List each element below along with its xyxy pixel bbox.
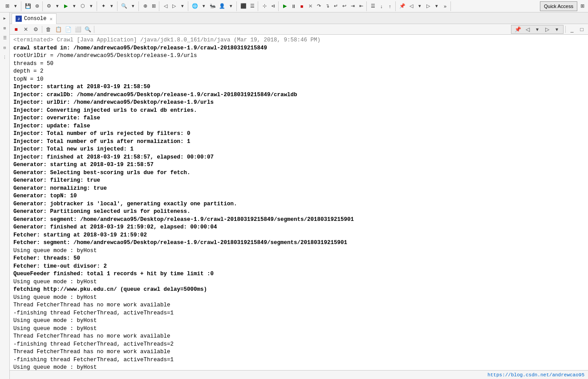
suspend-btn[interactable]: ⏸ — [289, 2, 297, 11]
disconnect-btn[interactable]: ⤬ — [306, 2, 314, 11]
toolbar-group-run: ▶ ⏸ ■ ⤬ ↷ ↴ ↵ ↩ ⇥ ⇤ — [280, 1, 367, 11]
profile-dropdown[interactable]: ▾ — [227, 2, 235, 11]
debug-btn[interactable]: ⬛ — [239, 2, 248, 11]
toolbar-group-12: ☰ ↓ ↑ — [368, 1, 396, 11]
task-dropdown[interactable]: ▾ — [108, 2, 116, 11]
console-action-toolbar: ■ ✕ ⚙ 🗑 📋 📄 ⬜ 🔍 📌 ◁ ▾ ▷ ▾ _ — [10, 24, 588, 35]
build-dropdown[interactable]: ▾ — [53, 2, 61, 11]
toolbar-group-1: ⊞ ▾ — [2, 1, 21, 11]
globe-dropdown[interactable]: ▾ — [200, 2, 208, 11]
nav3-dropdown[interactable]: ▾ — [416, 2, 424, 11]
prev-task-btn[interactable]: ↑ — [386, 2, 394, 11]
step-return-btn[interactable]: ↵ — [332, 2, 340, 11]
save-button[interactable]: 💾 — [24, 2, 32, 11]
console-maximize-btn[interactable]: □ — [577, 25, 586, 34]
instr-step-btn[interactable]: ⇤ — [357, 2, 365, 11]
pin-btn[interactable]: 📌 — [398, 2, 407, 11]
console-tab[interactable]: J Console ✕ — [12, 13, 57, 24]
search-btn[interactable]: 🔍 — [120, 2, 129, 11]
console-tab-label: Console — [24, 16, 46, 22]
new-button[interactable]: ⊞ — [3, 2, 11, 11]
console-output: <terminated> Crawl [Java Application] /j… — [10, 35, 588, 370]
console-tab-icon: J — [16, 16, 22, 22]
toolbar-group-13: 📌 ◁ ▾ ▷ ▾ » — [397, 1, 451, 11]
run-dropdown[interactable]: ▾ — [70, 2, 78, 11]
toolbar-group-6: ⊕ ⊞ — [140, 1, 159, 11]
perspective-btn[interactable]: ⊞ — [578, 2, 586, 11]
drop-frame-btn[interactable]: ↩ — [340, 2, 348, 11]
quick-access-button[interactable]: Quick Access — [540, 1, 577, 11]
separator-2 — [94, 26, 94, 33]
toolbar-group-2: 💾 ⊛ — [22, 1, 43, 11]
main-layout: ▶ ⊞ ☰ ⊡ ⋮ J Console ✕ ■ ✕ ⚙ 🗑 📋 📄 ⬜ 🔍 — [0, 12, 588, 379]
step-into-btn[interactable]: ↴ — [323, 2, 331, 11]
cursor-btn[interactable]: ⊲ — [269, 2, 277, 11]
sidebar-icon-5[interactable]: ⋮ — [1, 53, 9, 61]
console-right-buttons: 📌 ◁ ▾ ▷ ▾ _ □ — [511, 25, 586, 34]
expand2-dropdown[interactable]: ▾ — [433, 2, 441, 11]
console-nav-forward-btn[interactable]: ▷ — [543, 25, 552, 34]
console-select-btn[interactable]: ⬜ — [73, 25, 82, 34]
new-dropdown[interactable]: ▾ — [12, 2, 20, 11]
expand-btn[interactable]: ▷ — [424, 2, 432, 11]
step-over-btn[interactable]: ↷ — [315, 2, 323, 11]
console-nav-down[interactable]: ▾ — [533, 25, 542, 34]
sidebar-icon-3[interactable]: ☰ — [1, 34, 9, 42]
debug2-btn[interactable]: ⊹ — [260, 2, 268, 11]
console-tab-bar: J Console ✕ — [10, 12, 588, 24]
console-area: J Console ✕ ■ ✕ ⚙ 🗑 📋 📄 ⬜ 🔍 📌 ◁ — [10, 12, 588, 379]
console-paste-btn[interactable]: 📄 — [64, 25, 73, 34]
forward-btn[interactable]: ▷ — [170, 2, 178, 11]
use-step-btn[interactable]: ⇥ — [349, 2, 357, 11]
separator-3 — [565, 26, 566, 33]
console-close-btn[interactable]: ✕ — [21, 25, 30, 34]
sidebar-icon-2[interactable]: ⊞ — [1, 24, 9, 32]
console-pin-btn[interactable]: 📌 — [513, 25, 522, 34]
terminate-btn[interactable]: ■ — [298, 2, 306, 11]
publish-btn[interactable]: ⊕ — [141, 2, 149, 11]
separator-1 — [42, 26, 42, 33]
extra-dropdown[interactable]: ▾ — [87, 2, 95, 11]
main-toolbar: ⊞ ▾ 💾 ⊛ ⚙ ▾ ▶ ▾ ⬡ ▾ ✦ ▾ 🔍 ▾ ⊕ ⊞ ◁ ▷ ▾ 🌐 … — [0, 0, 588, 12]
console-terminate-btn[interactable]: ■ — [12, 25, 20, 34]
build-button[interactable]: ⚙ — [45, 2, 53, 11]
toolbar-group-8: 🌐 ▾ 🐜 👤 ▾ — [189, 1, 237, 11]
console-copy-btn[interactable]: 📋 — [54, 25, 63, 34]
open-task-btn[interactable]: ☰ — [369, 2, 377, 11]
toolbar-group-5: 🔍 ▾ — [118, 1, 139, 11]
console-clear-btn[interactable]: 🗑 — [44, 25, 53, 34]
save-all-button[interactable]: ⊛ — [33, 2, 41, 11]
task-btn[interactable]: ✦ — [99, 2, 107, 11]
toolbar-group-9: ⬛ ☰ — [238, 1, 258, 11]
extra-btn[interactable]: ⬡ — [79, 2, 87, 11]
more-btn[interactable]: » — [441, 2, 449, 11]
toolbar-group-3: ⚙ ▾ ▶ ▾ ⬡ ▾ — [44, 1, 97, 11]
globe-btn[interactable]: 🌐 — [191, 2, 199, 11]
sidebar-icon-4[interactable]: ⊡ — [1, 44, 9, 52]
next-task-btn[interactable]: ↓ — [377, 2, 385, 11]
console-view-group: 📌 ◁ ▾ ▷ ▾ — [511, 25, 564, 34]
back-btn[interactable]: ◁ — [162, 2, 170, 11]
profile-btn[interactable]: 👤 — [218, 2, 227, 11]
console-nav-down2[interactable]: ▾ — [552, 25, 561, 34]
search-dropdown[interactable]: ▾ — [129, 2, 137, 11]
status-link[interactable]: https://blog.csdn.net/andrewcao95 — [487, 372, 584, 378]
console-nav-back-btn[interactable]: ◁ — [523, 25, 532, 34]
window-btn[interactable]: ☰ — [248, 2, 256, 11]
run-button[interactable]: ▶ — [62, 2, 70, 11]
toolbar-group-7: ◁ ▷ ▾ — [160, 1, 188, 11]
console-tab-close-icon[interactable]: ✕ — [49, 16, 53, 22]
console-minimize-btn[interactable]: _ — [568, 25, 576, 34]
resume-btn[interactable]: ▶ — [281, 2, 289, 11]
console-find-btn[interactable]: 🔍 — [83, 25, 92, 34]
console-settings-btn[interactable]: ⚙ — [31, 25, 40, 34]
toolbar-group-4: ✦ ▾ — [98, 1, 118, 11]
ant-btn[interactable]: 🐜 — [208, 2, 217, 11]
toolbar-group-10: ⊹ ⊲ — [259, 1, 279, 11]
nav2-btn[interactable]: ◁ — [407, 2, 415, 11]
left-sidebar: ▶ ⊞ ☰ ⊡ ⋮ — [0, 12, 10, 379]
sidebar-icon-1[interactable]: ▶ — [1, 14, 9, 22]
nav-dropdown[interactable]: ▾ — [178, 2, 187, 11]
repo-btn[interactable]: ⊞ — [150, 2, 158, 11]
status-bar: https://blog.csdn.net/andrewcao95 — [10, 370, 588, 379]
